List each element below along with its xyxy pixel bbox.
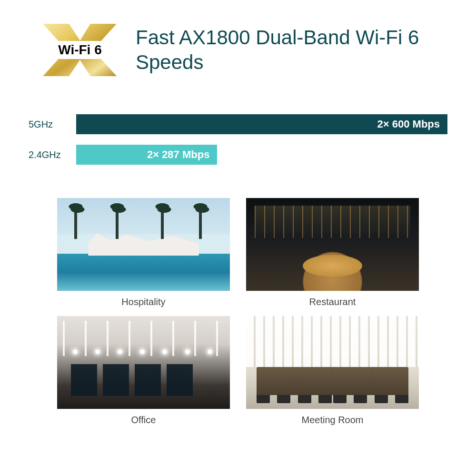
bar-row-24ghz: 2.4GHz 2× 287 Mbps bbox=[29, 145, 447, 165]
tile-office: Office bbox=[57, 316, 230, 426]
caption-office: Office bbox=[131, 415, 156, 426]
tile-meeting-room: Meeting Room bbox=[246, 316, 419, 426]
bar-track-24ghz: 2× 287 Mbps bbox=[76, 145, 447, 165]
bar-label-24ghz: 2.4GHz bbox=[29, 149, 76, 160]
wifi6-logo: Wi-Fi 6 bbox=[43, 24, 117, 76]
bar-row-5ghz: 5GHz 2× 600 Mbps bbox=[29, 114, 447, 134]
bar-track-5ghz: 2× 600 Mbps bbox=[76, 114, 447, 134]
page-title: Fast AX1800 Dual-Band Wi-Fi 6 Speeds bbox=[136, 25, 447, 75]
tile-hospitality: Hospitality bbox=[57, 198, 230, 307]
thumb-office bbox=[57, 316, 230, 409]
wifi6-x-icon: Wi-Fi 6 bbox=[43, 24, 117, 76]
bar-fill-5ghz: 2× 600 Mbps bbox=[76, 114, 447, 134]
bar-label-5ghz: 5GHz bbox=[29, 119, 76, 130]
thumb-hospitality bbox=[57, 198, 230, 291]
thumb-meeting-room bbox=[246, 316, 419, 409]
use-case-gallery: Hospitality Restaurant Office Meeting Ro… bbox=[0, 184, 476, 445]
speed-bars: 5GHz 2× 600 Mbps 2.4GHz 2× 287 Mbps bbox=[29, 114, 447, 165]
caption-meeting-room: Meeting Room bbox=[301, 415, 363, 426]
caption-hospitality: Hospitality bbox=[121, 297, 165, 307]
bar-value-24ghz: 2× 287 Mbps bbox=[147, 149, 209, 161]
bar-fill-24ghz: 2× 287 Mbps bbox=[76, 145, 217, 165]
tile-restaurant: Restaurant bbox=[246, 198, 419, 307]
bar-value-5ghz: 2× 600 Mbps bbox=[377, 118, 440, 130]
thumb-restaurant bbox=[246, 198, 419, 291]
caption-restaurant: Restaurant bbox=[309, 297, 356, 307]
header: Wi-Fi 6 Fast AX1800 Dual-Band Wi-Fi 6 Sp… bbox=[0, 0, 476, 86]
wifi6-logo-text: Wi-Fi 6 bbox=[58, 42, 102, 57]
